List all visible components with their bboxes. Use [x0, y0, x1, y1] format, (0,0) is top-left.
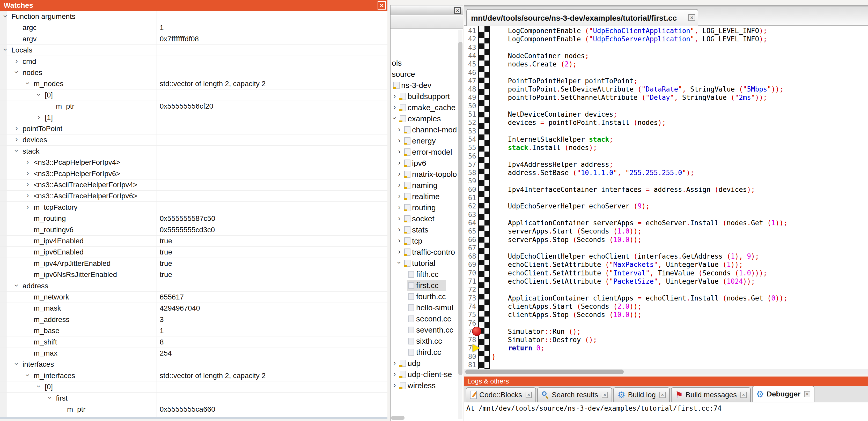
watch-row[interactable]: ›interfaces [0, 359, 388, 370]
watch-row[interactable]: ›devices [0, 134, 388, 145]
line-number[interactable]: 73 [464, 294, 476, 302]
line-number[interactable]: 57 [464, 161, 476, 168]
collapse-arrow-icon[interactable]: › [12, 282, 21, 289]
code-line-56[interactable]: 56 [464, 152, 868, 160]
watch-row[interactable]: ›[0] [0, 90, 388, 101]
watch-row[interactable]: ›m_interfacesstd::vector of length 2, ca… [0, 370, 388, 382]
code-line-75[interactable]: 75 clientApps.Stop (Seconds (10.0)); [464, 310, 868, 319]
line-number[interactable]: 46 [464, 69, 476, 76]
code-line-64[interactable]: 64 ApplicationContainer serverApps = ech… [464, 219, 868, 227]
line-number[interactable]: 55 [464, 144, 476, 152]
watch-row[interactable]: ›m_nodesstd::vector of length 2, capacit… [0, 78, 388, 90]
line-number[interactable]: 76 [464, 319, 476, 327]
collapse-arrow-icon[interactable]: › [12, 360, 21, 367]
watch-row[interactable]: m_ipv4ArpJitterEnabledtrue [0, 258, 388, 269]
logs-tab-search-results[interactable]: Search results× [537, 387, 612, 402]
code-line-57[interactable]: 57 Ipv4AddressHelper address; [464, 160, 868, 169]
watch-row[interactable]: ›cmd [0, 56, 388, 67]
line-number[interactable]: 44 [464, 52, 476, 60]
code-line-76[interactable]: 76 [464, 319, 868, 327]
line-number[interactable]: 68 [464, 252, 476, 260]
code-line-63[interactable]: 63 [464, 210, 868, 219]
tree-item-channel-mod[interactable]: ›channel-mod [391, 124, 463, 135]
line-number[interactable]: 58 [464, 169, 476, 176]
line-number[interactable]: 62 [464, 202, 476, 210]
line-number[interactable]: 67 [464, 244, 476, 252]
code-line-45[interactable]: 45 nodes.Create (2); [464, 60, 868, 68]
line-number[interactable]: 80 [464, 353, 476, 360]
tree-item-ns-3-dev[interactable]: ns-3-dev [391, 80, 463, 91]
expand-arrow-icon[interactable]: › [24, 191, 31, 200]
tree-item-fourth-cc[interactable]: fourth.cc [391, 291, 463, 302]
logs-tab-build-log[interactable]: ⚙Build log× [613, 387, 670, 402]
line-number[interactable]: 60 [464, 186, 476, 193]
watch-row[interactable]: m_ipv4Enabledtrue [0, 235, 388, 247]
code-line-70[interactable]: 70 echoClient.SetAttribute ("Interval", … [464, 269, 868, 277]
code-line-46[interactable]: 46 [464, 68, 868, 77]
expand-arrow-icon[interactable]: › [396, 192, 403, 200]
tree-item-third-cc[interactable]: third.cc [391, 347, 463, 358]
line-number[interactable]: 66 [464, 236, 476, 244]
watch-row[interactable]: m_ipv6NsRsJitterEnabledtrue [0, 269, 388, 280]
close-icon[interactable]: × [804, 391, 810, 397]
tree-item-buildsupport[interactable]: ›buildsupport [391, 91, 463, 102]
tree-item-error-model[interactable]: ›error-model [391, 147, 463, 158]
watch-row[interactable]: m_ptr0x55555556cf20 [0, 101, 388, 112]
expand-arrow-icon[interactable]: › [24, 158, 31, 166]
code-line-60[interactable]: 60 Ipv4InterfaceContainer interfaces = a… [464, 185, 868, 194]
line-number[interactable]: 41 [464, 27, 476, 35]
tree-horizontal-scrollbar-thumb[interactable] [391, 416, 404, 420]
collapse-arrow-icon[interactable]: › [1, 13, 9, 20]
tree-item-seventh-cc[interactable]: seventh.cc [391, 325, 463, 336]
tree-item-routing[interactable]: ›routing [391, 202, 463, 213]
tree-item-ipv6[interactable]: ›ipv6 [391, 158, 463, 169]
tree-vertical-scrollbar-thumb[interactable] [458, 42, 462, 375]
watch-row[interactable]: m_max254 [0, 348, 388, 359]
watch-row[interactable]: ›pointToPoint [0, 123, 388, 134]
logs-titlebar[interactable]: Logs & others [464, 377, 868, 386]
close-icon[interactable]: × [526, 392, 532, 398]
watch-row[interactable]: ›first [0, 393, 388, 404]
logs-tab-build-messages[interactable]: ⚑Build messages× [671, 387, 751, 402]
watches-titlebar[interactable]: Watches × [0, 0, 388, 11]
logs-tab-code-blocks[interactable]: Code::Blocks× [466, 387, 536, 402]
code-line-43[interactable]: 43 [464, 43, 868, 52]
line-number[interactable]: 43 [464, 44, 476, 52]
tree-item-socket[interactable]: ›socket [391, 213, 463, 224]
code-line-58[interactable]: 58 address.SetBase ("10.1.1.0", "255.255… [464, 168, 868, 177]
collapse-arrow-icon[interactable]: › [24, 80, 32, 87]
expand-arrow-icon[interactable]: › [13, 135, 20, 143]
expand-arrow-icon[interactable]: › [396, 125, 403, 133]
close-icon[interactable]: × [688, 14, 695, 21]
watch-row[interactable]: m_routingv60x5555555cd3c0 [0, 224, 388, 235]
tree-item-energy[interactable]: ›energy [391, 135, 463, 147]
expand-arrow-icon[interactable]: › [396, 248, 403, 256]
code-line-59[interactable]: 59 [464, 176, 868, 185]
expand-arrow-icon[interactable]: › [35, 113, 42, 121]
watches-table[interactable]: ›Function argumentsargc1argv0x7fffffffdf… [0, 11, 388, 417]
line-number[interactable]: 59 [464, 177, 476, 185]
line-number[interactable]: 49 [464, 94, 476, 101]
tree-item-cmake-cache[interactable]: ›cmake_cache [391, 102, 463, 113]
expand-arrow-icon[interactable]: › [396, 181, 403, 189]
code-line-68[interactable]: 68 UdpEchoClientHelper echoClient (inter… [464, 252, 868, 260]
tree-item-examples[interactable]: ›examples [391, 113, 463, 124]
tree-item-udp[interactable]: ›udp [391, 358, 463, 369]
collapse-arrow-icon[interactable]: › [12, 69, 21, 75]
tree-body[interactable]: olssourcens-3-dev›buildsupport›cmake_cac… [391, 30, 463, 421]
code-line-74[interactable]: 74 clientApps.Start (Seconds (2.0)); [464, 302, 868, 311]
line-number[interactable]: 71 [464, 278, 476, 285]
watch-row[interactable]: m_mask4294967040 [0, 302, 388, 314]
code-line-41[interactable]: 41 LogComponentEnable ("UdpEchoClientApp… [464, 26, 868, 35]
tree-item-source[interactable]: source [391, 69, 463, 80]
watch-row[interactable]: ›[1] [0, 112, 388, 123]
line-number[interactable]: 54 [464, 135, 476, 143]
line-number[interactable]: 56 [464, 152, 476, 160]
code-line-80[interactable]: 80} [464, 352, 868, 361]
editor-horizontal-scrollbar[interactable] [464, 369, 868, 375]
code-line-77[interactable]: 77 Simulator::Run (); [464, 327, 868, 336]
line-number[interactable]: 50 [464, 102, 476, 110]
code-line-71[interactable]: 71 echoClient.SetAttribute ("PacketSize"… [464, 277, 868, 286]
expand-arrow-icon[interactable]: › [24, 203, 31, 211]
expand-arrow-icon[interactable]: › [13, 124, 20, 132]
